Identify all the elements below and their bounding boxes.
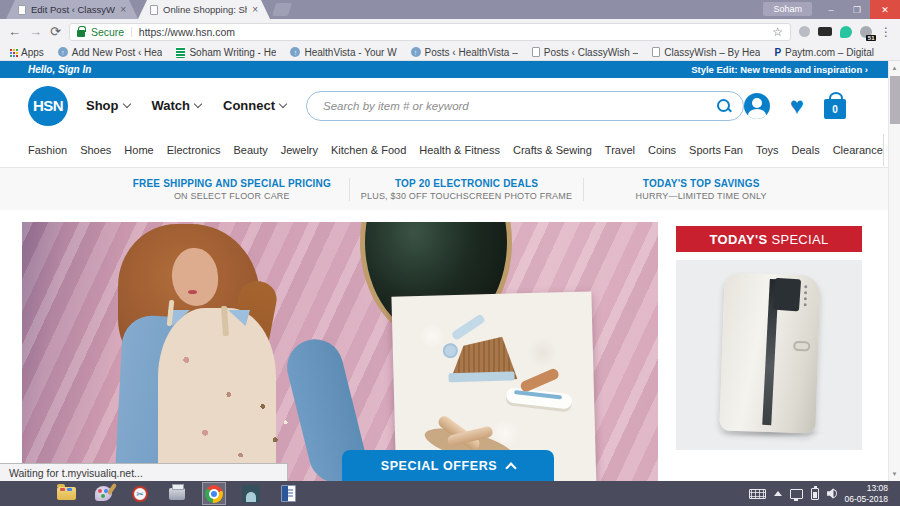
main-content: SPECIAL OFFERS TODAY'S SPECIAL [0,210,888,481]
taskbar-word[interactable] [276,482,300,505]
style-edit-link[interactable]: Style Edit: New trends and inspiration › [691,64,868,75]
nav-item-shoes[interactable]: Shoes [80,144,111,156]
battery-icon[interactable] [811,488,819,500]
sign-in-link[interactable]: Hello, Sign In [28,64,91,75]
nav-item-clearance[interactable]: Clearance [833,144,883,156]
shield-extension-icon[interactable] [799,26,810,37]
nav-item-health-fitness[interactable]: Health & Fitness [419,144,500,156]
hsn-logo[interactable]: HSN [28,86,68,126]
taskbar-media-app[interactable] [239,482,263,505]
promo-electronic-deals[interactable]: TOP 20 ELECTRONIC DEALS PLUS, $30 OFF TO… [349,178,584,201]
nav-item-sports-fan[interactable]: Sports Fan [689,144,743,156]
minimize-button[interactable]: – [818,0,844,19]
url-text[interactable]: https://www.hsn.com [139,26,766,38]
menu-connect[interactable]: Connect [223,98,286,113]
portable-ac-image [719,272,820,433]
browser-menu-icon[interactable]: ⋮ [880,25,892,39]
banner-bold-text: TODAY'S [710,232,768,247]
tab-title: Online Shopping: Shop t [163,4,247,15]
maximize-button[interactable]: ❐ [844,0,870,19]
taskbar-snipping-tool[interactable]: ✂ [128,482,152,505]
apps-shortcut[interactable]: Apps [10,47,44,58]
back-icon[interactable]: ← [8,25,21,38]
tab-hsn-active[interactable]: Online Shopping: Shop t × [138,0,270,19]
nav-item-crafts-sewing[interactable]: Crafts & Sewing [513,144,592,156]
bookmark-item[interactable]: Soham Writing - He [176,47,276,58]
taskbar-fax-scan[interactable] [165,482,189,505]
tab-close-icon[interactable]: × [120,4,126,15]
window-controls: Soham – ❐ ✕ [763,0,900,19]
word-icon [281,485,296,502]
site-topbar: Hello, Sign In Style Edit: New trends an… [0,61,888,78]
todays-special-banner[interactable]: TODAY'S SPECIAL [676,226,862,252]
nav-item-home[interactable]: Home [124,144,153,156]
bookmark-item[interactable]: ↑ HealthVista - Your W [290,47,396,58]
forward-icon[interactable]: → [29,25,42,38]
promo-subtitle: HURRY—LIMITED TIME ONLY [594,191,808,201]
address-bar[interactable]: Secure | https://www.hsn.com ☆ [69,23,791,41]
printer-icon [169,488,185,500]
ac-handle [793,341,810,352]
media-app-icon [242,485,260,503]
dark-extension-icon[interactable] [818,27,832,36]
category-nav-items: Fashion Shoes Home Electronics Beauty Je… [28,144,883,156]
nav-item-deals[interactable]: Deals [792,144,820,156]
promo-subtitle: ON SELECT FLOOR CARE [125,191,339,201]
display-icon[interactable] [790,489,803,499]
account-icon[interactable] [744,93,770,119]
nav-item-kitchen-food[interactable]: Kitchen & Food [331,144,406,156]
new-tab-button[interactable] [272,3,292,16]
show-hidden-icons[interactable] [774,491,782,496]
search-input[interactable] [321,99,717,113]
hero-banner[interactable]: SPECIAL OFFERS [22,222,658,481]
volume-icon[interactable] [827,488,837,500]
favorites-heart-icon[interactable]: ♥ [790,95,804,117]
scroll-up-arrow[interactable]: ▲ [889,61,900,74]
browser-profile-chip[interactable]: Soham [763,2,812,16]
tab-classywish[interactable]: Edit Post ‹ ClassyWish — × [6,0,138,19]
bookmark-item[interactable]: ↑ Add New Post ‹ Hea [58,47,163,58]
nav-item-coins[interactable]: Coins [648,144,676,156]
bookmark-item[interactable]: ↑ Posts ‹ HealthVista – [411,47,518,58]
apps-grid-icon [10,49,12,51]
chat-extension-icon[interactable] [840,26,852,38]
menu-watch[interactable]: Watch [152,98,202,113]
tab-close-icon[interactable]: × [252,4,258,15]
bookmark-item[interactable]: P Paytm.com – Digital [774,47,874,58]
taskbar-file-explorer[interactable] [54,482,78,505]
site-header: HSN Shop Watch Connect [0,78,888,133]
browser-window: Edit Post ‹ ClassyWish — × Online Shoppi… [0,0,900,506]
page-scrollbar[interactable]: ▲ ▼ [888,61,900,481]
nav-item-jewelry[interactable]: Jewelry [281,144,318,156]
bookmark-star-icon[interactable]: ☆ [772,25,783,39]
nav-item-fashion[interactable]: Fashion [28,144,67,156]
bookmark-label: HealthVista - Your W [304,47,396,58]
nav-item-travel[interactable]: Travel [605,144,635,156]
bookmark-item[interactable]: Posts ‹ ClassyWish – [532,47,638,58]
bookmark-item[interactable]: ClassyWish – By Hea [652,47,760,58]
scrollbar-thumb[interactable] [890,76,900,124]
special-offers-button[interactable]: SPECIAL OFFERS [342,450,554,481]
chevron-right-icon: › [865,64,868,75]
scissors-icon: ✂ [132,486,148,502]
close-button[interactable]: ✕ [870,0,900,19]
counter-extension-icon[interactable]: 51 [860,26,872,38]
todays-special-product[interactable] [676,260,862,450]
taskbar-chrome-active[interactable] [202,482,226,505]
promo-subtitle: PLUS, $30 OFF TOUCHSCREEN PHOTO FRAME [360,191,574,201]
scroll-down-arrow[interactable]: ▼ [889,467,900,480]
promo-free-shipping[interactable]: FREE SHIPPING AND SPECIAL PRICING ON SEL… [115,178,349,201]
nav-item-electronics[interactable]: Electronics [167,144,221,156]
search-icon[interactable] [717,99,731,113]
nav-item-beauty[interactable]: Beauty [233,144,267,156]
nav-item-toys[interactable]: Toys [756,144,779,156]
taskbar-clock[interactable]: 13:08 06-05-2018 [845,483,892,504]
shopping-bag-icon[interactable]: 0 [824,99,846,119]
keyboard-icon[interactable] [749,489,766,499]
taskbar-paint[interactable] [91,482,115,505]
tab-title: Edit Post ‹ ClassyWish — [31,4,115,15]
clock-date: 06-05-2018 [845,494,888,505]
menu-shop[interactable]: Shop [86,98,130,113]
promo-top-savings[interactable]: TODAY'S TOP SAVINGS HURRY—LIMITED TIME O… [583,178,818,201]
refresh-icon[interactable]: ⟳ [50,25,61,38]
